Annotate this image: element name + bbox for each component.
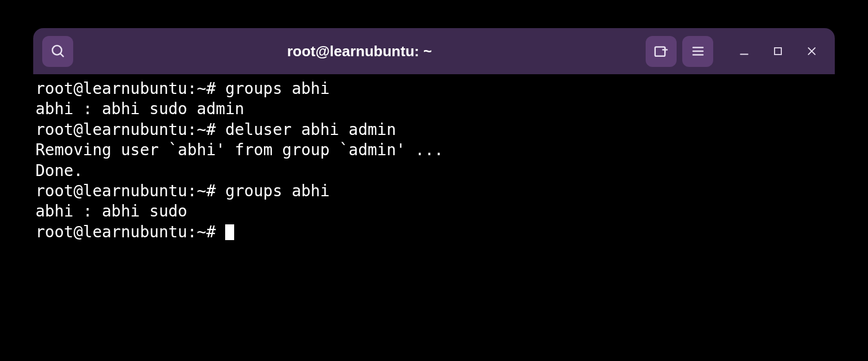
svg-line-1	[60, 53, 63, 56]
search-button[interactable]	[42, 36, 73, 67]
terminal-line: root@learnubuntu:~# groups abhi	[35, 79, 833, 99]
terminal-prompt-line: root@learnubuntu:~#	[35, 222, 833, 242]
terminal-line: abhi : abhi sudo admin	[35, 99, 833, 119]
menu-button[interactable]	[682, 36, 713, 67]
terminal-window: root@learnubuntu: ~	[33, 28, 835, 333]
terminal-line: Done.	[35, 161, 833, 181]
close-button[interactable]	[798, 37, 826, 65]
close-icon	[806, 46, 817, 57]
new-tab-icon	[653, 43, 670, 60]
cursor	[225, 224, 234, 240]
hamburger-icon	[691, 44, 705, 58]
titlebar-left	[42, 36, 73, 67]
terminal-line: root@learnubuntu:~# groups abhi	[35, 181, 833, 201]
terminal-prompt: root@learnubuntu:~#	[35, 223, 225, 241]
terminal-line: Removing user `abhi' from group `admin' …	[35, 140, 833, 160]
titlebar-center: root@learnubuntu: ~	[73, 43, 646, 60]
maximize-icon	[773, 46, 783, 56]
titlebar: root@learnubuntu: ~	[33, 28, 835, 74]
terminal-line: root@learnubuntu:~# deluser abhi admin	[35, 120, 833, 140]
titlebar-right	[646, 36, 826, 67]
minimize-icon	[738, 45, 750, 57]
terminal-line: abhi : abhi sudo	[35, 201, 833, 222]
maximize-button[interactable]	[764, 37, 792, 65]
svg-rect-9	[775, 48, 781, 55]
minimize-button[interactable]	[730, 37, 758, 65]
terminal-body[interactable]: root@learnubuntu:~# groups abhi abhi : a…	[33, 74, 835, 333]
window-title: root@learnubuntu: ~	[287, 43, 432, 60]
search-icon	[50, 43, 66, 59]
svg-rect-2	[655, 47, 665, 56]
new-tab-button[interactable]	[646, 36, 677, 67]
